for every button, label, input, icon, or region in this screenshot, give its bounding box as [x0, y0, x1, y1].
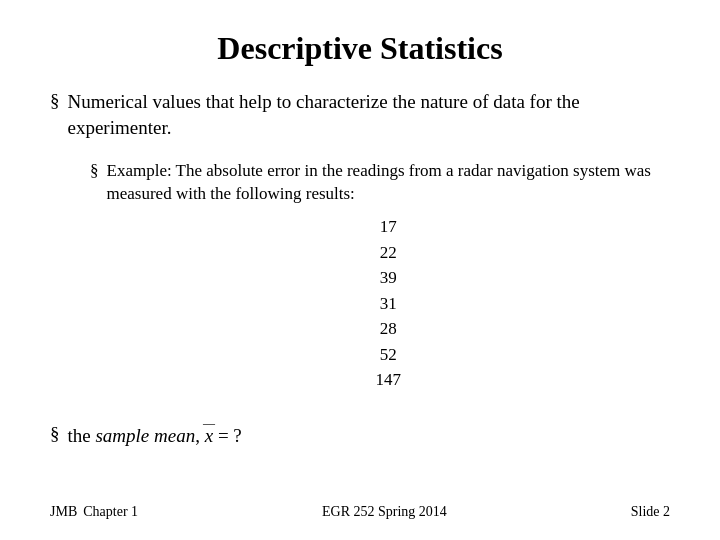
slide-title: Descriptive Statistics [50, 30, 670, 67]
data-val-5: 28 [380, 316, 397, 342]
data-val-6: 52 [380, 342, 397, 368]
data-val-3: 39 [380, 265, 397, 291]
bullet-2-symbol: § [90, 161, 99, 181]
footer-center: EGR 252 Spring 2014 [322, 504, 447, 520]
the-label: the [68, 425, 91, 446]
footer-jmb: JMB [50, 504, 77, 520]
data-values-list: 17 22 39 31 28 52 147 [107, 214, 671, 393]
bullet-3-text: the sample mean, x = ? [68, 423, 242, 449]
footer-left: JMB Chapter 1 [50, 504, 138, 520]
equals-question: = ? [218, 425, 242, 446]
footer-chapter: Chapter 1 [83, 504, 138, 520]
data-val-1: 17 [380, 214, 397, 240]
data-val-2: 22 [380, 240, 397, 266]
bullet-1-text: Numerical values that help to characteri… [68, 89, 671, 140]
slide: Descriptive Statistics § Numerical value… [0, 0, 720, 540]
slide-footer: JMB Chapter 1 EGR 252 Spring 2014 Slide … [50, 494, 670, 520]
footer-right: Slide 2 [631, 504, 670, 520]
bullet-2-text: Example: The absolute error in the readi… [107, 161, 651, 203]
bullet-1: § Numerical values that help to characte… [50, 89, 670, 140]
slide-content: § Numerical values that help to characte… [50, 89, 670, 494]
x-bar-symbol: x [205, 423, 213, 449]
data-val-4: 31 [380, 291, 397, 317]
data-val-7: 147 [376, 367, 402, 393]
bullet-3-symbol: § [50, 423, 60, 445]
bullet-2-content: Example: The absolute error in the readi… [107, 160, 671, 400]
bullet-1-symbol: § [50, 90, 60, 112]
sample-mean-label: sample mean [95, 425, 195, 446]
bullet-3: § the sample mean, x = ? [50, 423, 670, 449]
bullet-2: § Example: The absolute error in the rea… [90, 160, 670, 400]
